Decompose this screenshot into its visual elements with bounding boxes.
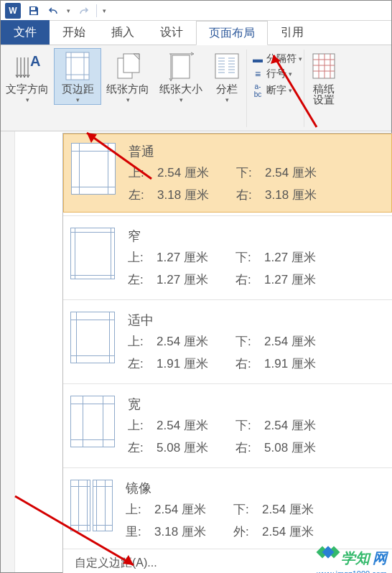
qat-customize-caret[interactable]: ▾ [103, 7, 106, 14]
margin-preview-icon [70, 228, 115, 279]
dropdown-caret-icon: ▾ [179, 96, 183, 103]
paper-size-icon [167, 51, 195, 81]
tab-file[interactable]: 文件 [1, 20, 50, 45]
watermark-text-2: 网 [373, 549, 387, 568]
value-top: 1.27 厘米 [157, 249, 235, 266]
line-numbers-icon: ≡ [251, 68, 264, 80]
watermark-logo-icon [318, 548, 338, 568]
tab-insert[interactable]: 插入 [98, 20, 147, 45]
margin-option-title: 宽 [128, 396, 385, 413]
margins-gallery: 普通 上: 2.54 厘米 下: 2.54 厘米 左: 3.18 厘米 右: 3… [62, 133, 392, 573]
label-right: 右: [235, 439, 264, 456]
label-top: 上: [128, 417, 157, 434]
line-numbers-button[interactable]: ≡ 行号 ▾ [251, 67, 302, 80]
dropdown-caret-icon: ▾ [126, 96, 130, 103]
value-left: 1.27 厘米 [157, 271, 235, 288]
undo-dropdown-caret[interactable]: ▾ [67, 7, 70, 14]
manuscript-icon [309, 51, 338, 81]
label-left: 左: [128, 271, 157, 288]
label-left: 左: [128, 439, 157, 456]
watermark: 学知网 www.jmqz1000.com [318, 548, 387, 568]
margin-option-title: 适中 [128, 312, 385, 329]
label-left: 左: [128, 355, 157, 372]
value-bottom: 2.54 厘米 [264, 333, 385, 350]
label-bottom: 下: [236, 164, 265, 181]
value-top: 2.54 厘米 [157, 333, 235, 350]
gallery-separator [63, 467, 392, 468]
undo-button[interactable] [47, 4, 61, 18]
label-bottom: 下: [235, 333, 264, 350]
gallery-separator [63, 299, 392, 300]
quick-access-toolbar: W ▾ ▾ [1, 1, 391, 21]
orientation-label: 纸张方向 [106, 83, 149, 96]
dropdown-caret-icon: ▾ [289, 87, 292, 94]
margin-option-mirrored[interactable]: 镜像 上: 2.54 厘米 下: 2.54 厘米 里: 3.18 厘米 外: 2… [63, 471, 392, 549]
ribbon-page-layout: A 文字方向 ▾ 页边距 ▾ 纸张方向 ▾ 纸张大小 ▾ [1, 45, 391, 131]
text-direction-button[interactable]: A 文字方向 ▾ [1, 48, 54, 105]
value-left: 1.91 厘米 [157, 355, 235, 372]
ribbon-tabstrip: 文件 开始 插入 设计 页面布局 引用 [1, 21, 391, 45]
page-setup-mini-group: ▬ 分隔符 ▾ ≡ 行号 ▾ a-bc 断字 ▾ [247, 48, 304, 98]
label-top: 上: [128, 333, 157, 350]
svg-rect-30 [313, 54, 335, 78]
label-bottom: 下: [235, 417, 264, 434]
margin-preview-icon [71, 143, 116, 195]
margin-option-moderate[interactable]: 适中 上: 2.54 厘米 下: 2.54 厘米 左: 1.91 厘米 右: 1… [63, 303, 392, 381]
value-left: 3.18 厘米 [157, 187, 236, 203]
orientation-button[interactable]: 纸张方向 ▾ [101, 48, 154, 105]
label-top: 上: [128, 249, 157, 266]
tab-page-layout[interactable]: 页面布局 [196, 21, 268, 45]
margin-option-narrow[interactable]: 窄 上: 1.27 厘米 下: 1.27 厘米 左: 1.27 厘米 右: 1.… [63, 219, 392, 297]
margin-preview-icon [70, 396, 115, 447]
paper-size-button[interactable]: 纸张大小 ▾ [154, 48, 207, 105]
breaks-label: 分隔符 [266, 52, 297, 65]
columns-button[interactable]: 分栏 ▾ [207, 48, 246, 105]
hyphenation-label: 断字 [266, 84, 286, 97]
text-direction-icon: A [13, 51, 42, 81]
margin-option-normal[interactable]: 普通 上: 2.54 厘米 下: 2.54 厘米 左: 3.18 厘米 右: 3… [63, 134, 392, 213]
value-top: 2.54 厘米 [157, 417, 235, 434]
margin-option-wide[interactable]: 宽 上: 2.54 厘米 下: 2.54 厘米 左: 5.08 厘米 右: 5.… [63, 387, 392, 465]
svg-rect-0 [31, 7, 35, 10]
navigation-pane-edge [1, 131, 15, 572]
value-top: 2.54 厘米 [157, 164, 236, 181]
dropdown-caret-icon: ▾ [26, 96, 29, 103]
gallery-separator [63, 383, 392, 384]
label-right: 右: [235, 271, 264, 288]
value-top: 2.54 厘米 [154, 501, 233, 518]
tab-design[interactable]: 设计 [147, 20, 196, 45]
manuscript-paper-button[interactable]: 稿纸 设置 [304, 48, 343, 108]
paper-size-label: 纸张大小 [159, 83, 202, 96]
line-numbers-label: 行号 [266, 67, 286, 80]
margin-preview-icon [70, 312, 115, 363]
value-bottom: 2.54 厘米 [262, 501, 385, 518]
breaks-button[interactable]: ▬ 分隔符 ▾ [251, 52, 302, 65]
svg-text:A: A [30, 53, 40, 69]
columns-label: 分栏 [216, 83, 238, 96]
value-right: 5.08 厘米 [264, 439, 385, 456]
qat-separator [96, 4, 97, 17]
columns-icon [213, 51, 241, 81]
save-button[interactable] [27, 4, 41, 18]
dropdown-caret-icon: ▾ [289, 70, 292, 78]
margins-icon [63, 51, 92, 81]
value-outside: 2.54 厘米 [262, 523, 385, 540]
label-left: 左: [129, 187, 157, 203]
svg-rect-14 [172, 55, 190, 78]
hyphenation-icon: a-bc [251, 83, 264, 98]
margins-button[interactable]: 页边距 ▾ [54, 48, 101, 105]
value-right: 1.91 厘米 [264, 355, 385, 372]
margin-option-title: 镜像 [126, 480, 385, 497]
tab-home[interactable]: 开始 [50, 20, 98, 45]
label-top: 上: [126, 501, 154, 518]
dropdown-caret-icon: ▾ [299, 55, 302, 62]
app-icon: W [5, 3, 21, 19]
tab-references[interactable]: 引用 [268, 20, 317, 45]
value-right: 3.18 厘米 [265, 187, 384, 203]
hyphenation-button[interactable]: a-bc 断字 ▾ [251, 83, 302, 98]
svg-rect-7 [66, 52, 89, 80]
watermark-url: www.jmqz1000.com [317, 569, 387, 573]
orientation-icon [113, 51, 142, 81]
dropdown-caret-icon: ▾ [225, 96, 229, 103]
redo-button[interactable] [76, 4, 90, 18]
